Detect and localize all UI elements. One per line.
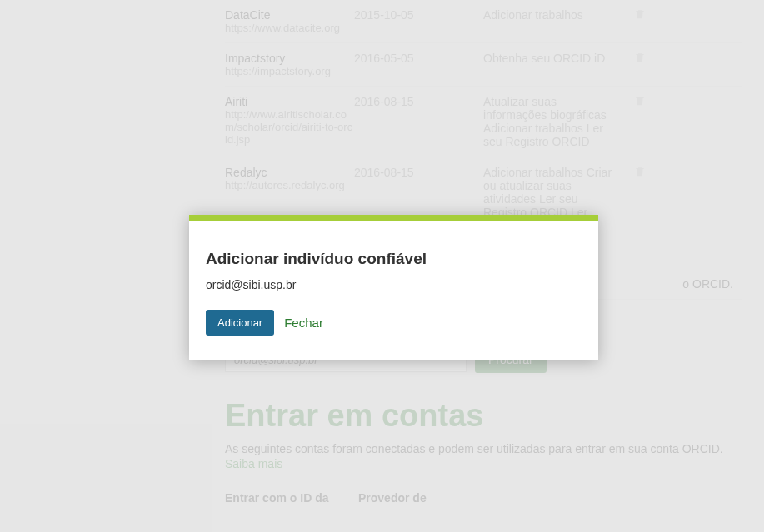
org-date: 2016-08-15: [354, 166, 483, 179]
accounts-th-id: Entrar com o ID da: [225, 491, 358, 505]
modal-email: orcid@sibi.usp.br: [206, 278, 582, 291]
learn-more-link[interactable]: Saiba mais: [225, 457, 742, 470]
trash-icon[interactable]: [634, 9, 646, 22]
org-action: Adicionar trabalhos Criar ou atualizar s…: [483, 166, 612, 219]
org-url[interactable]: http://www.airitischolar.com/scholar/orc…: [225, 108, 354, 146]
org-name: Airiti: [225, 95, 354, 108]
table-row: Impactstory https://impactstory.org 2016…: [225, 43, 742, 87]
org-url[interactable]: https://impactstory.org: [225, 65, 354, 77]
org-date: 2015-10-05: [354, 8, 483, 22]
org-action: Adicionar trabalhos: [483, 8, 612, 22]
org-action: Obtenha seu ORCID iD: [483, 52, 612, 65]
table-row: DataCite https://www.datacite.org 2015-1…: [225, 0, 742, 43]
accounts-th-provider: Provedor de: [358, 491, 525, 505]
trash-icon[interactable]: [634, 96, 646, 109]
org-url[interactable]: https://www.datacite.org: [225, 22, 354, 34]
org-date: 2016-05-05: [354, 52, 483, 65]
org-date: 2016-08-15: [354, 95, 483, 108]
trash-icon[interactable]: [634, 167, 646, 180]
org-name: DataCite: [225, 8, 354, 22]
org-name: Redalyc: [225, 166, 354, 179]
accounts-table-header: Entrar com o ID da Provedor de: [225, 491, 742, 505]
modal-accent-stripe: [189, 215, 598, 221]
org-url[interactable]: http://autores.redalyc.org: [225, 179, 354, 191]
modal-title: Adicionar indivíduo confiável: [206, 250, 582, 268]
table-row: Airiti http://www.airitischolar.com/scho…: [225, 87, 742, 157]
accounts-heading: Entrar em contas: [225, 398, 742, 434]
add-trusted-modal: Adicionar indivíduo confiável orcid@sibi…: [189, 215, 598, 360]
org-name: Impactstory: [225, 52, 354, 65]
org-action: Atualizar suas informações biográficas A…: [483, 95, 612, 148]
close-link[interactable]: Fechar: [284, 316, 323, 330]
accounts-description: As seguintes contas foram conectadas e p…: [225, 442, 742, 455]
add-button[interactable]: Adicionar: [206, 310, 274, 336]
trash-icon[interactable]: [634, 52, 646, 66]
